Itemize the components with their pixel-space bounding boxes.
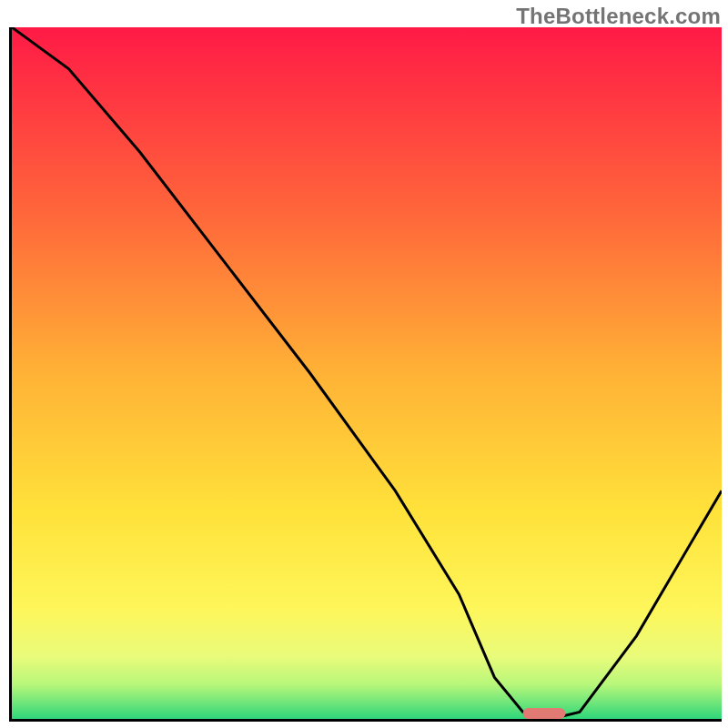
- plot-area: [9, 27, 722, 722]
- watermark-text: TheBottleneck.com: [516, 4, 721, 29]
- gradient-chart-svg: [12, 27, 722, 719]
- chart-container: TheBottleneck.com: [0, 0, 728, 728]
- gradient-background: [12, 27, 722, 719]
- optimal-marker: [523, 708, 566, 719]
